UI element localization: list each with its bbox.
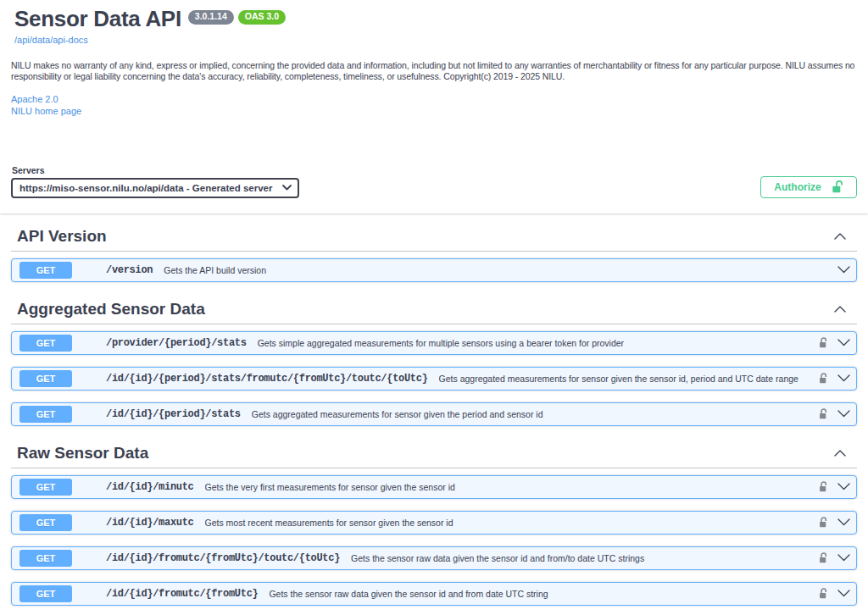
method-badge: GET	[19, 262, 72, 279]
chevron-up-icon	[834, 233, 846, 240]
operations-container: API Version GET /version Gets the API bu…	[0, 213, 868, 606]
api-section-2: Raw Sensor Data GET /id/{id}/minutc Gets…	[11, 438, 857, 606]
servers-label: Servers	[12, 165, 299, 175]
section-operations: GET /id/{id}/minutc Gets the very first …	[11, 468, 857, 606]
expand-operation-button[interactable]	[837, 266, 850, 274]
section-header[interactable]: Raw Sensor Data	[11, 438, 857, 468]
operation-row[interactable]: GET /id/{id}/{period}/stats/fromutc/{fro…	[11, 367, 857, 391]
operation-summary: Gets the API build version	[164, 265, 837, 275]
method-badge: GET	[19, 406, 72, 423]
chevron-down-icon	[837, 590, 850, 597]
chevron-down-icon	[837, 266, 850, 274]
operation-path: /id/{id}/maxutc	[106, 517, 194, 529]
expand-operation-button[interactable]	[837, 554, 850, 562]
method-badge: GET	[19, 585, 72, 602]
page-title: Sensor Data API	[14, 7, 181, 31]
operation-row[interactable]: GET /provider/{period}/stats Gets simple…	[11, 331, 857, 355]
auth-lock-button[interactable]	[819, 408, 828, 420]
section-title: Aggregated Sensor Data	[17, 301, 205, 318]
servers-block: Servers https://miso-sensor.nilu.no/api/…	[11, 165, 299, 198]
unlocked-padlock-icon	[832, 180, 843, 194]
padlock-icon	[819, 552, 828, 564]
auth-lock-button[interactable]	[819, 588, 828, 600]
operation-path: /id/{id}/minutc	[106, 481, 194, 493]
api-version-badge: 3.0.1.14	[188, 10, 234, 25]
operation-row[interactable]: GET /id/{id}/maxutc Gets most recent mea…	[11, 511, 857, 535]
api-section-1: Aggregated Sensor Data GET /provider/{pe…	[11, 294, 857, 426]
method-badge: GET	[19, 335, 72, 352]
section-title: Raw Sensor Data	[17, 445, 148, 462]
section-operations: GET /version Gets the API build version	[11, 252, 857, 282]
operation-path: /id/{id}/fromutc/{fromUtc}/toutc/{toUtc}	[106, 552, 340, 564]
scheme-container: Servers https://miso-sensor.nilu.no/api/…	[0, 118, 868, 213]
method-badge: GET	[19, 514, 72, 531]
chevron-down-icon	[837, 339, 850, 346]
license-link[interactable]: Apache 2.0	[11, 94, 857, 105]
method-badge: GET	[19, 370, 72, 387]
operation-summary: Gets aggregated measurements for sensor …	[439, 374, 819, 384]
authorize-button-label: Authorize	[774, 181, 821, 193]
auth-lock-button[interactable]	[819, 373, 828, 385]
padlock-icon	[819, 337, 828, 349]
operation-path: /id/{id}/{period}/stats	[106, 408, 241, 420]
title-badges: 3.0.1.14 OAS 3.0	[188, 10, 286, 25]
section-collapse-button[interactable]	[834, 233, 846, 240]
operation-row[interactable]: GET /version Gets the API build version	[11, 258, 857, 282]
api-description: NILU makes no warranty of any kind, expr…	[11, 60, 857, 83]
operation-summary: Gets simple aggregated measurements for …	[258, 338, 819, 348]
expand-operation-button[interactable]	[837, 374, 850, 382]
padlock-icon	[819, 517, 828, 529]
auth-lock-button[interactable]	[819, 337, 828, 349]
operation-summary: Gets the very first measurements for sen…	[205, 482, 819, 492]
spec-url-link[interactable]: /api/data/api-docs	[14, 35, 88, 45]
auth-lock-button[interactable]	[819, 481, 828, 493]
expand-operation-button[interactable]	[837, 410, 850, 418]
operation-path: /provider/{period}/stats	[106, 337, 247, 349]
api-section-0: API Version GET /version Gets the API bu…	[11, 221, 857, 282]
expand-operation-button[interactable]	[837, 483, 850, 490]
operation-summary: Gets the sensor raw data given the senso…	[269, 589, 819, 599]
chevron-down-icon	[837, 518, 850, 526]
padlock-icon	[819, 588, 828, 600]
section-collapse-button[interactable]	[834, 450, 846, 457]
padlock-icon	[819, 373, 828, 385]
operation-summary: Gets the sensor raw data given the senso…	[351, 553, 819, 563]
padlock-icon	[819, 481, 828, 493]
expand-operation-button[interactable]	[837, 339, 850, 346]
section-header[interactable]: Aggregated Sensor Data	[11, 294, 857, 324]
chevron-down-icon	[837, 410, 850, 418]
chevron-down-icon	[837, 554, 850, 562]
operation-path: /id/{id}/{period}/stats/fromutc/{fromUtc…	[106, 373, 428, 385]
operation-path: /version	[106, 264, 153, 276]
contact-link[interactable]: NILU home page	[11, 106, 857, 117]
section-collapse-button[interactable]	[834, 306, 846, 313]
method-badge: GET	[19, 479, 72, 496]
servers-select[interactable]: https://miso-sensor.nilu.no/api/data - G…	[11, 178, 299, 198]
operation-row[interactable]: GET /id/{id}/fromutc/{fromUtc}/toutc/{to…	[11, 546, 857, 570]
expand-operation-button[interactable]	[837, 590, 850, 597]
auth-lock-button[interactable]	[819, 552, 828, 564]
auth-lock-button[interactable]	[819, 517, 828, 529]
operation-summary: Gets most recent measurements for sensor…	[205, 518, 819, 528]
oas-version-badge: OAS 3.0	[238, 10, 286, 25]
section-title: API Version	[17, 228, 107, 245]
expand-operation-button[interactable]	[837, 518, 850, 526]
authorize-button[interactable]: Authorize	[760, 176, 857, 198]
operation-summary: Gets aggregated measurements for sensor …	[252, 409, 819, 419]
info-container: Sensor Data API 3.0.1.14 OAS 3.0 /api/da…	[0, 0, 868, 117]
operation-row[interactable]: GET /id/{id}/minutc Gets the very first …	[11, 475, 857, 499]
operation-path: /id/{id}/fromutc/{fromUtc}	[106, 588, 258, 600]
padlock-icon	[819, 408, 828, 420]
chevron-up-icon	[834, 450, 846, 457]
operation-row[interactable]: GET /id/{id}/fromutc/{fromUtc} Gets the …	[11, 582, 857, 606]
section-header[interactable]: API Version	[11, 221, 857, 252]
chevron-down-icon	[837, 374, 850, 382]
title-row: Sensor Data API 3.0.1.14 OAS 3.0	[14, 7, 857, 31]
operation-row[interactable]: GET /id/{id}/{period}/stats Gets aggrega…	[11, 402, 857, 426]
section-operations: GET /provider/{period}/stats Gets simple…	[11, 324, 857, 426]
chevron-up-icon	[834, 306, 846, 313]
method-badge: GET	[19, 550, 72, 567]
chevron-down-icon	[837, 483, 850, 490]
